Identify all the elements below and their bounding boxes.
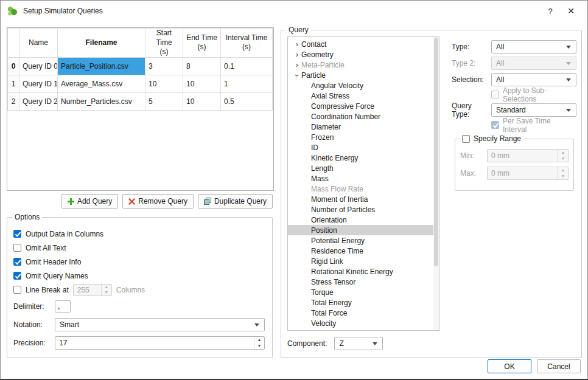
tree-item[interactable]: › Meta-Particle bbox=[288, 60, 439, 70]
tree-item[interactable]: › Number of Particles bbox=[288, 204, 439, 215]
tree-item[interactable]: › Kinetic Energy bbox=[288, 153, 439, 163]
tree-item[interactable]: › Moment of Inertia bbox=[288, 194, 439, 204]
scrollbar-thumb[interactable] bbox=[434, 38, 438, 266]
cell-end-time[interactable]: 10 bbox=[183, 92, 221, 110]
chevron-right-icon[interactable]: › bbox=[293, 40, 301, 48]
tree-item[interactable]: › Contact bbox=[288, 39, 439, 49]
query-type-select[interactable]: Standard bbox=[491, 103, 576, 117]
tree-item[interactable]: › Torque bbox=[288, 287, 439, 297]
specify-range-checkbox[interactable] bbox=[462, 135, 470, 143]
cell-filename[interactable]: Particle_Position.csv bbox=[58, 57, 145, 75]
cell-filename[interactable]: Number_Particles.csv bbox=[58, 92, 145, 110]
tree-item[interactable]: › Rotational Kinetic Energy bbox=[288, 266, 439, 277]
row-index[interactable]: 0 bbox=[8, 57, 19, 75]
tree-item[interactable]: › Axial Stress bbox=[288, 91, 439, 101]
delimiter-input[interactable] bbox=[55, 300, 71, 313]
chevron-right-icon[interactable]: › bbox=[293, 61, 301, 69]
chevron-down-icon bbox=[566, 62, 571, 65]
tree-item[interactable]: › Angular Velocity bbox=[288, 80, 439, 91]
tree-item[interactable]: › Particle bbox=[288, 70, 439, 80]
cancel-button[interactable]: Cancel bbox=[537, 359, 581, 373]
per-save-time-interval-label: Per Save Time Interval bbox=[503, 117, 576, 134]
omit-all-text-checkbox[interactable] bbox=[13, 244, 21, 252]
tree-item[interactable]: › Position bbox=[288, 225, 439, 235]
line-break-checkbox[interactable] bbox=[13, 286, 21, 294]
tree-item[interactable]: › Orientation bbox=[288, 215, 439, 225]
column-header-name[interactable]: Name bbox=[19, 29, 58, 58]
cell-end-time[interactable]: 10 bbox=[183, 75, 221, 92]
tree-item-label: Coordination Number bbox=[311, 112, 380, 121]
cell-start-time[interactable]: 3 bbox=[145, 57, 183, 75]
cell-name[interactable]: Query ID 1 bbox=[19, 75, 58, 92]
chevron-right-icon[interactable]: › bbox=[293, 71, 301, 80]
cell-name[interactable]: Query ID 2 bbox=[19, 92, 58, 110]
column-header-start-time[interactable]: Start Time (s) bbox=[145, 29, 183, 58]
cell-start-time[interactable]: 5 bbox=[145, 92, 183, 110]
tree-item[interactable]: › Residence Time bbox=[288, 246, 439, 256]
row-index[interactable]: 1 bbox=[8, 75, 19, 92]
precision-spinbox[interactable]: 17 ▴▾ bbox=[55, 336, 265, 350]
tree-item[interactable]: › Mass bbox=[288, 173, 439, 184]
max-label: Max: bbox=[460, 169, 487, 178]
spin-up-icon: ▴ bbox=[558, 167, 568, 173]
tree-item-label: Total Energy bbox=[311, 299, 352, 307]
tree-item[interactable]: › ID bbox=[288, 142, 439, 153]
checkbox-label: Omit All Text bbox=[26, 244, 66, 252]
ok-button[interactable]: OK bbox=[488, 359, 531, 373]
titlebar: Setup Simulator Queries ? ✕ bbox=[1, 1, 587, 21]
duplicate-query-button[interactable]: Duplicate Query bbox=[198, 194, 273, 209]
tree-item[interactable]: › Total Force bbox=[288, 308, 439, 318]
tree-item[interactable]: › Stress Tensor bbox=[288, 277, 439, 287]
tree-item[interactable]: › Total Energy bbox=[288, 297, 439, 308]
line-break-columns-spinbox[interactable]: 255 ▴▾ bbox=[73, 284, 112, 296]
option-line-break[interactable]: Line Break at 255 ▴▾ Columns bbox=[13, 285, 265, 295]
tree-item[interactable]: › Potential Energy bbox=[288, 235, 439, 246]
tree-item[interactable]: › Compressive Force bbox=[288, 101, 439, 111]
table-row[interactable]: 2 Query ID 2 Number_Particles.csv 5 10 0… bbox=[8, 92, 273, 110]
tree-item[interactable]: › Mass Flow Rate bbox=[288, 184, 439, 194]
option-omit-header-info[interactable]: Omit Header Info bbox=[13, 257, 265, 267]
spinner-buttons[interactable]: ▴▾ bbox=[254, 337, 264, 349]
option-omit-all-text[interactable]: Omit All Text bbox=[13, 243, 265, 253]
component-select[interactable]: Z bbox=[334, 337, 383, 350]
add-query-button[interactable]: Add Query bbox=[61, 194, 118, 209]
option-omit-query-names[interactable]: Omit Query Names bbox=[13, 271, 265, 281]
tree-scrollbar[interactable] bbox=[433, 37, 439, 330]
tree-item[interactable]: › Geometry bbox=[288, 49, 439, 60]
output-data-in-columns-checkbox[interactable] bbox=[13, 230, 21, 238]
tree-item[interactable]: › Rigid Link bbox=[288, 256, 439, 266]
cell-interval-time[interactable]: 0.1 bbox=[221, 57, 273, 75]
cell-start-time[interactable]: 10 bbox=[145, 75, 183, 92]
option-output-data-in-columns[interactable]: Output Data in Columns bbox=[13, 229, 265, 239]
tree-item[interactable]: › Frozen bbox=[288, 132, 439, 142]
cell-interval-time[interactable]: 0.5 bbox=[221, 92, 273, 110]
omit-query-names-checkbox[interactable] bbox=[13, 272, 21, 280]
column-header-filename[interactable]: Filename bbox=[58, 29, 145, 58]
specify-range-title: Specify Range bbox=[460, 134, 523, 143]
notation-select[interactable]: Smart bbox=[55, 318, 265, 331]
column-header-end-time[interactable]: End Time (s) bbox=[183, 29, 221, 58]
remove-query-button[interactable]: Remove Query bbox=[122, 194, 194, 209]
table-row[interactable]: 0 Query ID 0 Particle_Position.csv 3 8 0… bbox=[8, 57, 273, 75]
spinner-buttons[interactable]: ▴▾ bbox=[101, 285, 111, 295]
cell-name[interactable]: Query ID 0 bbox=[19, 57, 58, 75]
column-header-interval-time[interactable]: Interval Time (s) bbox=[221, 29, 273, 58]
query-tree[interactable]: › Contact › Geometry › Meta-Particle bbox=[287, 36, 439, 331]
cell-interval-time[interactable]: 1 bbox=[221, 75, 273, 92]
tree-item[interactable]: › Coordination Number bbox=[288, 111, 439, 122]
table-row[interactable]: 1 Query ID 1 Average_Mass.csv 10 10 1 bbox=[8, 75, 273, 92]
selection-select[interactable]: All bbox=[491, 73, 576, 86]
tree-item[interactable]: › Velocity bbox=[288, 318, 439, 328]
cell-end-time[interactable]: 8 bbox=[183, 57, 221, 75]
chevron-right-icon[interactable]: › bbox=[293, 50, 301, 58]
omit-header-info-checkbox[interactable] bbox=[13, 258, 21, 266]
type-select[interactable]: All bbox=[491, 40, 576, 54]
row-index[interactable]: 2 bbox=[8, 92, 19, 110]
help-button[interactable]: ? bbox=[540, 3, 561, 19]
tree-item-label: Length bbox=[311, 164, 334, 173]
tree-item[interactable]: › Length bbox=[288, 163, 439, 173]
close-button[interactable]: ✕ bbox=[561, 3, 581, 19]
cell-filename[interactable]: Average_Mass.csv bbox=[58, 75, 145, 92]
spin-down-icon: ▾ bbox=[102, 290, 111, 295]
tree-item[interactable]: › Diameter bbox=[288, 122, 439, 132]
